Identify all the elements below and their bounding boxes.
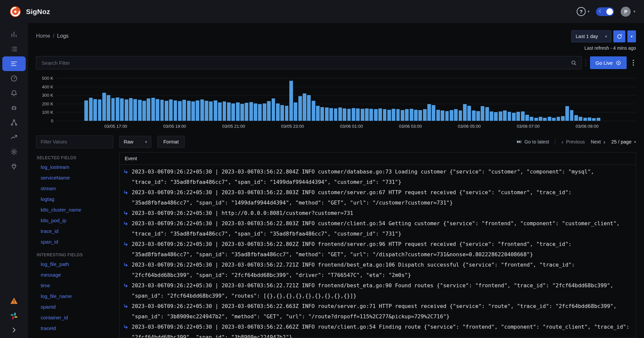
user-menu[interactable]: P ▾ <box>621 7 635 17</box>
histogram-bar[interactable] <box>499 111 502 121</box>
sidebar-item-slack[interactable] <box>2 312 26 320</box>
format-button[interactable]: Format <box>157 136 185 148</box>
histogram-bar[interactable] <box>378 108 382 121</box>
histogram-bar[interactable] <box>490 111 493 121</box>
histogram-bar[interactable] <box>231 103 235 121</box>
refresh-options-button[interactable]: ▾ <box>627 30 636 42</box>
histogram-bar[interactable] <box>583 118 587 121</box>
avatar[interactable]: P <box>621 7 631 17</box>
histogram-bar[interactable] <box>329 108 333 121</box>
histogram-bar[interactable] <box>472 110 476 121</box>
help-menu[interactable]: ? ▾ <box>577 7 590 16</box>
log-row[interactable]: 2023-03-06T09:26:22+05:30 | 2023-03-06T0… <box>120 218 636 239</box>
histogram-bar[interactable] <box>147 98 150 121</box>
expand-log-icon[interactable] <box>123 242 128 247</box>
field-item[interactable]: log_file_name <box>36 291 113 302</box>
histogram-bar[interactable] <box>521 111 525 121</box>
histogram-bar[interactable] <box>276 103 280 121</box>
histogram-bar[interactable] <box>534 118 538 121</box>
histogram-bar[interactable] <box>552 118 556 121</box>
histogram-bar[interactable] <box>209 101 213 121</box>
field-item[interactable]: message <box>36 270 113 280</box>
histogram-bar[interactable] <box>320 107 324 121</box>
log-row[interactable]: 2023-03-06T09:26:22+05:30 | 2023-03-06T0… <box>120 280 636 301</box>
search-filter[interactable] <box>36 56 582 69</box>
histogram-bar[interactable] <box>151 98 155 121</box>
histogram-bar[interactable] <box>258 104 262 121</box>
histogram-bar[interactable] <box>548 117 551 121</box>
field-item[interactable]: container_id <box>36 312 113 323</box>
histogram-bar[interactable] <box>401 110 404 121</box>
histogram-bar[interactable] <box>352 108 355 121</box>
histogram-bar[interactable] <box>133 99 137 121</box>
histogram-bar[interactable] <box>396 109 400 121</box>
filter-values-input[interactable] <box>36 135 113 148</box>
field-item[interactable]: logtag <box>36 194 113 205</box>
histogram-bar[interactable] <box>414 110 418 121</box>
histogram-bar[interactable] <box>383 109 387 121</box>
histogram-bar[interactable] <box>89 98 93 121</box>
histogram-bar[interactable] <box>387 110 391 121</box>
histogram-bar[interactable] <box>334 108 338 121</box>
histogram-bar[interactable] <box>307 95 311 121</box>
log-row[interactable]: 2023-03-06T09:26:22+05:30 | 2023-03-06T0… <box>120 239 636 260</box>
field-item[interactable]: log_file_path <box>36 259 113 270</box>
log-row[interactable]: 2023-03-06T09:26:22+05:30 | 2023-03-06T0… <box>120 301 636 322</box>
histogram-bar[interactable] <box>98 99 102 121</box>
histogram-bar[interactable] <box>525 115 529 121</box>
field-item[interactable]: trace_id <box>36 226 113 237</box>
expand-log-icon[interactable] <box>123 221 128 226</box>
histogram-bar[interactable] <box>365 108 369 121</box>
histogram-bar[interactable] <box>485 107 489 121</box>
histogram-bar[interactable] <box>476 111 480 121</box>
log-row[interactable]: 2023-03-06T09:26:22+05:30 | 2023-03-06T0… <box>120 166 636 187</box>
search-button[interactable] <box>566 56 581 69</box>
histogram-bar[interactable] <box>116 97 119 121</box>
histogram-bar[interactable] <box>565 106 569 121</box>
histogram-bar[interactable] <box>312 101 315 121</box>
histogram-bar[interactable] <box>298 96 302 121</box>
histogram-bar[interactable] <box>218 102 222 121</box>
histogram-bar[interactable] <box>316 106 320 121</box>
histogram-bar[interactable] <box>249 102 253 121</box>
histogram-bar[interactable] <box>530 117 533 121</box>
histogram-bar[interactable] <box>138 100 142 121</box>
histogram-bar[interactable] <box>196 100 199 121</box>
histogram-bar[interactable] <box>240 104 244 121</box>
histogram-bar[interactable] <box>280 105 284 121</box>
sidebar-item-dashboards[interactable] <box>2 71 26 86</box>
histogram-bar[interactable] <box>294 102 297 121</box>
field-item[interactable]: stream <box>36 183 113 194</box>
theme-toggle[interactable]: ☾ <box>596 7 614 16</box>
log-row[interactable]: 2023-03-06T09:26:22+05:30 | http://0.0.0… <box>120 208 636 218</box>
expand-log-icon[interactable] <box>123 190 128 195</box>
sidebar-item-services[interactable] <box>2 27 26 42</box>
histogram-bar[interactable] <box>325 107 329 121</box>
field-item[interactable]: time <box>36 280 113 291</box>
search-input[interactable] <box>36 60 566 66</box>
log-row[interactable]: 2023-03-06T09:26:22+05:30 | 2023-03-06T0… <box>120 260 636 280</box>
go-to-latest-button[interactable]: Go to latest <box>516 139 549 144</box>
histogram-bar[interactable] <box>539 117 542 121</box>
histogram-bar[interactable] <box>272 98 275 121</box>
histogram-bar[interactable] <box>178 101 182 121</box>
histogram-bar[interactable] <box>187 101 191 121</box>
histogram-bar[interactable] <box>111 98 115 121</box>
histogram-bar[interactable] <box>459 110 462 121</box>
histogram-bar[interactable] <box>570 110 574 121</box>
histogram-bar[interactable] <box>200 99 204 121</box>
help-icon[interactable]: ? <box>577 7 586 16</box>
histogram-bar[interactable] <box>142 101 146 121</box>
field-item[interactable]: k8s_cluster_name <box>36 205 113 215</box>
histogram-bar[interactable] <box>454 109 458 121</box>
histogram-bar[interactable] <box>156 99 159 121</box>
histogram-bar[interactable] <box>392 109 395 121</box>
histogram-bar[interactable] <box>512 113 516 121</box>
histogram-bar[interactable] <box>356 108 360 121</box>
histogram-bar[interactable] <box>516 112 520 121</box>
refresh-button[interactable] <box>613 30 625 42</box>
histogram-bar[interactable] <box>597 118 600 121</box>
histogram-bar[interactable] <box>503 110 507 121</box>
sidebar-item-traces[interactable] <box>2 42 26 56</box>
histogram-bar[interactable] <box>245 103 248 121</box>
